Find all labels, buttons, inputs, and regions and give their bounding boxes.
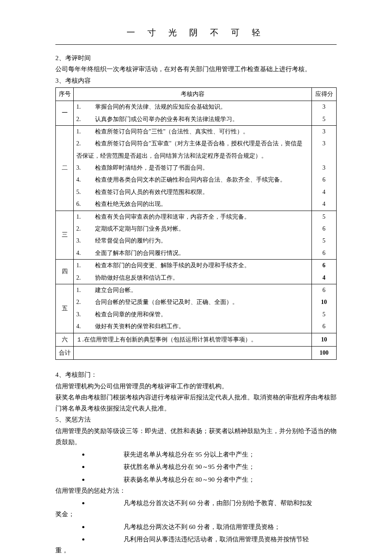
item-score: 3 <box>311 126 336 138</box>
intro-block: 2、考评时间 公司每年年终组织一次考核评审活动，在对各有关部门信用管理工作检查基… <box>55 52 337 86</box>
head-seq: 序号 <box>56 87 74 101</box>
item-text: 1.检查本部门的合同变更、解除手续的及时办理和手续齐全。 <box>74 260 311 272</box>
total-label: 合计 <box>56 346 74 359</box>
list-item: 凡考核总分首次达不到 60 分者，由部门分别给予教育、帮助和扣发 <box>89 496 337 509</box>
item-text: 1.检查有关合同审查表的办理和送审，内容齐全，手续完备。 <box>74 211 311 223</box>
item-score: 6 <box>311 247 336 259</box>
item-text: 2.合同台帐的登记质量（台帐登记及时、正确、全面）。 <box>74 296 311 308</box>
reward-list: 获先进名单从考核总分在 95 分以上者中产生；获优胜名单从考核总分在 90～95… <box>55 448 337 485</box>
item-text: 1.建立合同台帐。 <box>74 284 311 296</box>
intro-line-1: 2、考评时间 <box>55 52 337 64</box>
content-cell: 1.检查所签订合同符合"三性"（合法性、真实性、可行性）。32.检查所签订合同符… <box>74 125 337 211</box>
intro-line-2: 公司每年年终组织一次考核评审活动，在对各有关部门信用管理工作检查基础上进行考核。 <box>55 64 337 75</box>
seq-cell: 四 <box>56 260 74 284</box>
table-head-row: 序号 考核内容 应得分 <box>56 87 337 101</box>
item-score: 5 <box>311 211 336 223</box>
item-text: 5.检查签订合同人员的有效代理范围和权限。 <box>74 186 311 198</box>
after-p5: 信用管理员的奖励等级设三等：即先进、优胜和表扬；获奖者以精神鼓励为主，并分别给予… <box>55 425 337 448</box>
list-item: 凡利用合同从事违法违纪活动者，取消信用管理员资格并按情节轻 <box>89 532 337 545</box>
after-p1: 4、考核部门： <box>55 369 337 380</box>
item-text: 1.掌握合同的有关法律、法规的应知应会基础知识。 <box>74 101 311 113</box>
list-item: 获先进名单从考核总分在 95 分以上者中产生； <box>89 448 337 460</box>
after-p6: 信用管理员的惩处方法： <box>55 485 337 496</box>
total-score: 100 <box>312 346 337 359</box>
punish-list-1: 凡考核总分首次达不到 60 分者，由部门分别给予教育、帮助和扣发 <box>55 496 337 509</box>
after-p7: 奖金； <box>55 509 337 520</box>
item-text: 1.检查所签订合同符合"三性"（合法性、真实性、可行性）。 <box>74 126 311 138</box>
item-score <box>311 150 336 162</box>
item-text: 3.检查合同章的使用和保管。 <box>74 309 311 321</box>
item-score: 6 <box>311 284 336 296</box>
list-item: 获优胜名单从考核总分在 90～95 分者中产生； <box>89 460 337 472</box>
item-score: 3 <box>311 138 336 150</box>
item-score: 10 <box>311 296 336 308</box>
assessment-table: 序号 考核内容 应得分 一1.掌握合同的有关法律、法规的应知应会基础知识。32.… <box>55 87 337 360</box>
item-score: 3 <box>311 101 336 113</box>
item-text: 3.检查除即时清结外，是否签订了书面合同。 <box>74 162 311 174</box>
item-text: 6.检查杜绝无效合同的出现。 <box>74 198 311 210</box>
seq-cell: 五 <box>56 284 74 333</box>
item-score: 4 <box>311 272 336 284</box>
running-header: 一 寸 光 阴 不 可 轻 <box>55 26 337 39</box>
content-cell: 1.掌握合同的有关法律、法规的应知应会基础知识。32.认真参加部门或公司举办的业… <box>74 101 337 126</box>
content-cell: 1.检查本部门的合同变更、解除手续的及时办理和手续齐全。62.协助做好信息反馈和… <box>74 260 337 284</box>
item-score: 4 <box>311 186 336 198</box>
seq-cell: 二 <box>56 125 74 211</box>
total-spacer <box>74 346 312 359</box>
item-score: 5 <box>311 309 336 321</box>
item-text: 4.全面了解本部门的合同履行情况。 <box>74 247 311 259</box>
item-text: 4.做好有关资料的保管和归档工作。 <box>74 321 311 332</box>
item-score: 5 <box>311 113 336 125</box>
list-item: 获表扬名单从考核总分在 80～90 分者中产生； <box>89 473 337 485</box>
page: 一 寸 光 阴 不 可 轻 2、考评时间 公司每年年终组织一次考核评审活动，在对… <box>0 0 392 555</box>
content-cell: １.在信用管理上有创新的典型事例（包括运用计算机管理等事项）。 <box>74 333 312 346</box>
after-p2: 信用管理机构为公司信用管理员的考核评审工作的管理机构。 <box>55 381 337 392</box>
item-text: 否保证，经营范围是否超出，合同结算方法和法定程序是否符合规定）。 <box>74 150 311 162</box>
score-cell: 10 <box>312 333 337 346</box>
after-p8: 重， <box>55 545 337 555</box>
table-row: 六１.在信用管理上有创新的典型事例（包括运用计算机管理等事项）。10 <box>56 333 337 346</box>
seq-cell: 一 <box>56 101 74 126</box>
item-score: 6 <box>311 260 336 272</box>
intro-line-3: 3、考核内容 <box>55 75 337 86</box>
item-text: 3.经常督促合同的履约行为。 <box>74 235 311 247</box>
table-row: 四1.检查本部门的合同变更、解除手续的及时办理和手续齐全。62.协助做好信息反馈… <box>56 260 337 284</box>
head-score: 应得分 <box>312 87 337 101</box>
total-row: 合计100 <box>56 346 337 359</box>
item-text: 2.定期或不定期与部门业务员对帐。 <box>74 223 311 235</box>
table-row: 五1.建立合同台帐。62.合同台帐的登记质量（台帐登记及时、正确、全面）。103… <box>56 284 337 333</box>
item-score: 4 <box>311 198 336 210</box>
after-p3: 获奖名单由考核部门根据考核内容进行考核评审后报法定代表人批准。取消资格的审批程序… <box>55 392 337 414</box>
item-score: 3 <box>311 162 336 174</box>
table-row: 三1.检查有关合同审查表的办理和送审，内容齐全，手续完备。52.定期或不定期与部… <box>56 211 337 260</box>
item-score: 6 <box>311 174 336 186</box>
seq-cell: 三 <box>56 211 74 260</box>
item-score: 5 <box>311 235 336 247</box>
content-cell: 1.建立合同台帐。62.合同台帐的登记质量（台帐登记及时、正确、全面）。103.… <box>74 284 337 333</box>
after-block: 4、考核部门： 信用管理机构为公司信用管理员的考核评审工作的管理机构。 获奖名单… <box>55 369 337 555</box>
content-cell: 1.检查有关合同审查表的办理和送审，内容齐全，手续完备。52.定期或不定期与部门… <box>74 211 337 260</box>
item-text: 2.协助做好信息反馈和信访工作。 <box>74 272 311 284</box>
list-item: 凡考核总分两次达不到 60 分者，取消信用管理员资格； <box>89 520 337 532</box>
header-rule <box>55 44 337 45</box>
item-text: 4.检查使用各类合同文本的正确性和合同内容合法、条款齐全、手续完备。 <box>74 174 311 186</box>
item-score: 6 <box>311 223 336 235</box>
seq-cell: 六 <box>56 333 74 346</box>
table-row: 一1.掌握合同的有关法律、法规的应知应会基础知识。32.认真参加部门或公司举办的… <box>56 101 337 126</box>
item-score: 6 <box>311 321 336 332</box>
punish-list-2: 凡考核总分两次达不到 60 分者，取消信用管理员资格；凡利用合同从事违法违纪活动… <box>55 520 337 545</box>
item-text: 2.检查所签订合同符合"五审查"（对方主体是否合格，授权代理是否合法，资信是 <box>74 138 311 150</box>
head-content: 考核内容 <box>74 87 312 101</box>
after-p4: 5、奖惩方法 <box>55 414 337 425</box>
item-text: 2.认真参加部门或公司举办的业务和有关法律法规学习。 <box>74 113 311 125</box>
table-row: 二1.检查所签订合同符合"三性"（合法性、真实性、可行性）。32.检查所签订合同… <box>56 125 337 211</box>
